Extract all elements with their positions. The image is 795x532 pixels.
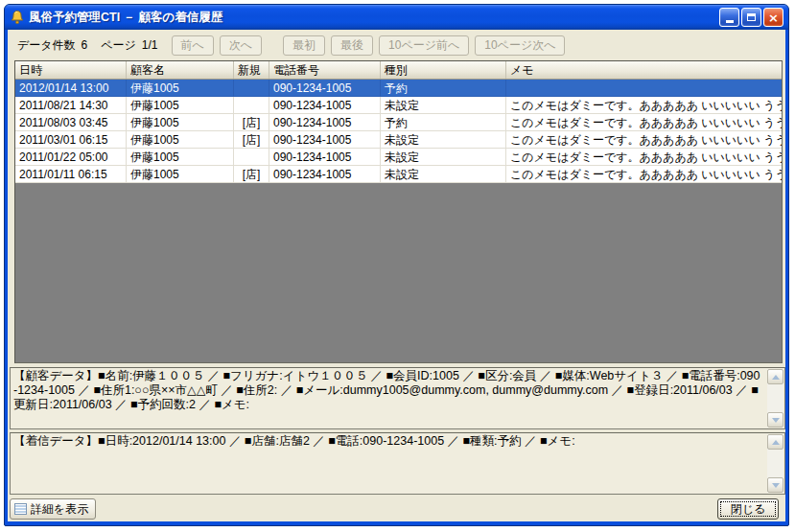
customer-data-panel: 【顧客データ】■名前:伊藤１００５ ／ ■フリガナ:イトウ１００５ ／ ■会員I… (10, 367, 785, 429)
call-history-table: 日時 顧客名 新規 電話番号 種別 メモ 2012/01/14 13:00 伊藤… (14, 60, 783, 363)
close-dialog-label: 閉じる (731, 501, 766, 518)
cell-type: 未設定 (381, 149, 506, 165)
cell-datetime: 2011/01/22 05:00 (15, 149, 127, 165)
cell-phone: 090-1234-1005 (269, 80, 381, 96)
record-count-label: データ件数 (17, 37, 76, 54)
cell-memo: このメモはダミーです。あああああ いいいいい ううううう (506, 149, 782, 165)
cell-new-flag (234, 80, 269, 96)
prev-page-button[interactable]: 前へ (172, 35, 214, 56)
scroll-down-button[interactable] (767, 477, 783, 493)
arrow-up-icon (772, 375, 780, 380)
details-list-icon (14, 503, 27, 515)
cell-type: 予約 (381, 80, 506, 96)
forward-10-pages-button[interactable]: 10ページ次へ (475, 35, 565, 56)
cell-new-flag: [店] (234, 166, 269, 182)
cell-customer: 伊藤1005 (127, 131, 234, 148)
next-page-button[interactable]: 次へ (220, 35, 262, 56)
bell-icon (10, 10, 25, 25)
table-row[interactable]: 2011/08/21 14:30 伊藤1005 090-1234-1005 未設… (15, 97, 782, 114)
cell-new-flag (234, 97, 269, 113)
close-dialog-button[interactable]: 閉じる (717, 498, 779, 520)
title-bar[interactable]: 風俗予約管理CTI － 顧客の着信履歴 × (5, 5, 788, 30)
show-details-button[interactable]: 詳細を表示 (10, 498, 96, 520)
cell-type: 予約 (381, 114, 506, 130)
show-details-label: 詳細を表示 (31, 501, 88, 518)
column-header-customer[interactable]: 顧客名 (127, 61, 234, 79)
cell-memo: このメモはダミーです。あああああ いいいいい ううううう (506, 97, 782, 113)
last-page-button[interactable]: 最後 (331, 35, 373, 56)
cell-memo: このメモはダミーです。あああああ いいいいい ううううう (506, 131, 782, 148)
table-row[interactable]: 2011/01/22 05:00 伊藤1005 090-1234-1005 未設… (15, 149, 782, 166)
cell-datetime: 2011/03/01 06:15 (15, 131, 127, 148)
cell-memo: このメモはダミーです。あああああ いいいいい ううううう (506, 114, 782, 130)
cell-type: 未設定 (381, 131, 506, 148)
cell-phone: 090-1234-1005 (269, 149, 381, 165)
scroll-down-button[interactable] (767, 412, 783, 428)
cell-phone: 090-1234-1005 (269, 97, 381, 113)
maximize-icon (747, 13, 756, 21)
cell-datetime: 2011/08/03 03:45 (15, 114, 127, 130)
cell-memo (506, 80, 782, 96)
column-header-datetime[interactable]: 日時 (15, 61, 127, 79)
table-row[interactable]: 2011/01/11 06:15 伊藤1005 [店] 090-1234-100… (15, 166, 782, 183)
cell-customer: 伊藤1005 (127, 97, 234, 113)
cell-datetime: 2012/01/14 13:00 (15, 80, 127, 96)
table-empty-area (15, 183, 782, 362)
incoming-panel-scrollbar[interactable] (767, 434, 783, 493)
cell-new-flag: [店] (234, 131, 269, 148)
cell-phone: 090-1234-1005 (269, 114, 381, 130)
cell-new-flag: [店] (234, 114, 269, 130)
incoming-data-text: 【着信データ】■日時:2012/01/14 13:00 ／ ■店舗:店舗2 ／ … (13, 434, 763, 493)
window-title: 風俗予約管理CTI － 顧客の着信履歴 (29, 10, 717, 26)
column-header-type[interactable]: 種別 (381, 61, 506, 79)
column-header-new[interactable]: 新規 (234, 61, 269, 79)
arrow-down-icon (772, 483, 780, 488)
close-button[interactable]: × (763, 8, 783, 27)
app-window: 風俗予約管理CTI － 顧客の着信履歴 × データ件数 6 ページ 1/1 前へ… (4, 4, 789, 526)
page-value: 1/1 (142, 38, 158, 52)
cell-type: 未設定 (381, 97, 506, 113)
incoming-data-panel: 【着信データ】■日時:2012/01/14 13:00 ／ ■店舗:店舗2 ／ … (10, 432, 785, 495)
maximize-button[interactable] (741, 8, 761, 27)
scroll-up-button[interactable] (767, 434, 783, 450)
pager-toolbar: データ件数 6 ページ 1/1 前へ 次へ 最初 最後 10ページ前へ 10ペー… (8, 30, 785, 60)
column-header-memo[interactable]: メモ (506, 61, 782, 79)
minimize-icon (726, 20, 734, 23)
table-header-row: 日時 顧客名 新規 電話番号 種別 メモ (15, 61, 782, 80)
cell-customer: 伊藤1005 (127, 114, 234, 130)
minimize-button[interactable] (719, 8, 739, 27)
cell-customer: 伊藤1005 (127, 80, 234, 96)
cell-customer: 伊藤1005 (127, 166, 234, 182)
page-label: ページ (101, 37, 136, 54)
scroll-up-button[interactable] (767, 369, 783, 384)
table-row[interactable]: 2011/03/01 06:15 伊藤1005 [店] 090-1234-100… (15, 131, 782, 149)
record-count-value: 6 (82, 38, 88, 52)
cell-phone: 090-1234-1005 (269, 131, 381, 148)
table-row[interactable]: 2012/01/14 13:00 伊藤1005 090-1234-1005 予約 (15, 80, 782, 97)
cell-customer: 伊藤1005 (127, 149, 234, 165)
arrow-up-icon (772, 440, 780, 445)
client-area: データ件数 6 ページ 1/1 前へ 次へ 最初 最後 10ページ前へ 10ペー… (8, 30, 785, 521)
customer-data-text: 【顧客データ】■名前:伊藤１００５ ／ ■フリガナ:イトウ１００５ ／ ■会員I… (13, 369, 763, 428)
cell-datetime: 2011/08/21 14:30 (15, 97, 127, 113)
cell-type: 未設定 (381, 166, 506, 182)
arrow-down-icon (772, 418, 780, 423)
close-icon: × (768, 12, 779, 24)
cell-new-flag (234, 149, 269, 165)
cell-phone: 090-1234-1005 (269, 166, 381, 182)
cell-memo: このメモはダミーです。あああああ いいいいい ううううう (506, 166, 782, 182)
customer-panel-scrollbar[interactable] (767, 369, 783, 428)
back-10-pages-button[interactable]: 10ページ前へ (379, 35, 469, 56)
column-header-phone[interactable]: 電話番号 (269, 61, 381, 79)
cell-datetime: 2011/01/11 06:15 (15, 166, 127, 182)
first-page-button[interactable]: 最初 (283, 35, 325, 56)
table-row[interactable]: 2011/08/03 03:45 伊藤1005 [店] 090-1234-100… (15, 114, 782, 131)
